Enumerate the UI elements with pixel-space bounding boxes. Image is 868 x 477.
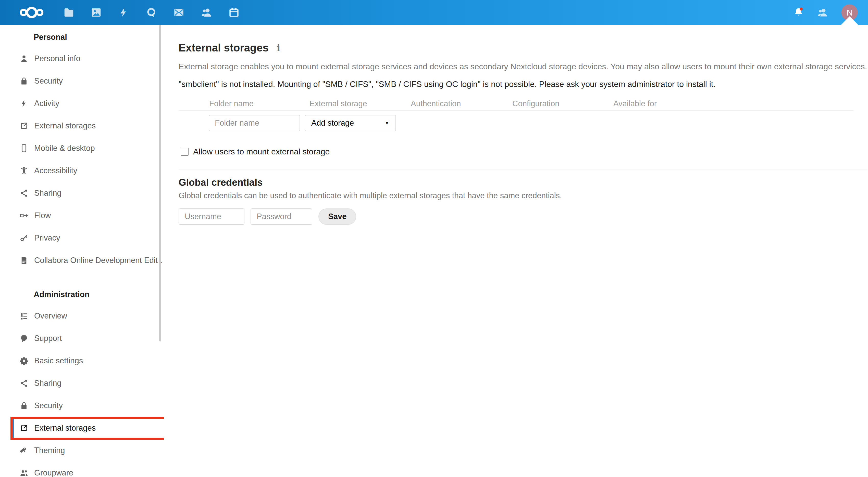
overview-icon (20, 311, 29, 320)
sidebar-item-label: Privacy (34, 233, 60, 243)
sidebar-item-label: Security (34, 401, 63, 410)
sidebar-item-label: External storages (34, 121, 96, 131)
sidebar-item-privacy[interactable]: Privacy (0, 227, 163, 249)
sidebar-item-security[interactable]: Security (0, 70, 163, 92)
sidebar-item-accessibility[interactable]: Accessibility (0, 160, 163, 182)
user-menu-arrow (841, 16, 858, 25)
flow-icon (20, 211, 29, 220)
user-icon (20, 54, 29, 63)
app-calendar-icon[interactable] (228, 7, 240, 18)
sidebar-item-theming[interactable]: Theming (0, 439, 163, 462)
sidebar-item-label: Flow (34, 211, 51, 220)
new-storage-row: Add storage ▼ (179, 115, 868, 131)
sidebar-item-sharing[interactable]: Sharing (0, 372, 163, 395)
group-icon (20, 468, 29, 477)
app-talk-icon[interactable] (146, 7, 157, 18)
main-content: External storages i External storage ena… (164, 25, 868, 477)
external-icon (20, 121, 29, 131)
column-header-folder-name: Folder name (209, 99, 254, 108)
smbclient-warning-text: "smbclient" is not installed. Mounting o… (179, 79, 868, 89)
sidebar-item-sharing[interactable]: Sharing (0, 182, 163, 204)
username-field[interactable] (179, 208, 244, 225)
top-bar: N (0, 0, 868, 25)
share-icon (20, 189, 29, 198)
notifications-bell-icon[interactable] (793, 7, 804, 18)
global-credentials-form: Save (179, 208, 868, 225)
column-header-external-storage: External storage (309, 99, 367, 108)
intro-text: External storage enables you to mount ex… (179, 61, 868, 72)
gear-icon (20, 356, 29, 365)
app-contacts-icon[interactable] (200, 7, 212, 18)
lock-icon (20, 76, 29, 86)
sidebar-item-label: Security (34, 76, 63, 86)
sidebar-item-label: Collabora Online Development Edit… (34, 256, 163, 265)
sidebar-item-external-storages[interactable]: External storages (0, 417, 163, 439)
phone-icon (20, 144, 29, 153)
sidebar-item-label: Support (34, 334, 62, 343)
info-icon[interactable]: i (277, 42, 280, 54)
lock-icon (20, 401, 29, 410)
password-field[interactable] (251, 208, 312, 225)
sidebar-scrollbar[interactable] (159, 25, 161, 341)
app-files-icon[interactable] (63, 7, 74, 18)
sidebar-item-label: Overview (34, 311, 67, 320)
page-title-row: External storages i (179, 42, 868, 54)
app-activity-icon[interactable] (118, 7, 130, 18)
notification-dot (800, 8, 803, 11)
sidebar-item-groupware[interactable]: Groupware (0, 462, 163, 477)
app-photos-icon[interactable] (90, 7, 102, 18)
sidebar-item-label: Basic settings (34, 356, 83, 365)
chevron-down-icon: ▼ (384, 120, 389, 126)
column-header-authentication: Authentication (411, 99, 461, 108)
chat-icon (20, 334, 29, 343)
activity-icon (20, 99, 29, 108)
sidebar-item-basic-settings[interactable]: Basic settings (0, 350, 163, 372)
sidebar-item-flow[interactable]: Flow (0, 204, 163, 227)
sidebar-item-security[interactable]: Security (0, 395, 163, 417)
sidebar-item-label: Accessibility (34, 166, 77, 175)
section-divider (179, 169, 867, 169)
folder-name-input[interactable] (209, 115, 300, 131)
sidebar-section-administration: Administration (34, 289, 163, 300)
sidebar-item-label: External storages (34, 423, 96, 433)
accessibility-icon (20, 166, 29, 175)
allow-users-checkbox[interactable] (181, 148, 189, 156)
global-credentials-title: Global credentials (179, 177, 868, 188)
sidebar-item-label: Theming (34, 446, 65, 455)
sidebar-item-label: Mobile & desktop (34, 144, 95, 153)
save-button[interactable]: Save (318, 208, 356, 225)
app-mail-icon[interactable] (173, 7, 185, 18)
storage-table-header: Folder nameExternal storageAuthenticatio… (179, 99, 868, 108)
sidebar-section-personal: Personal (34, 32, 163, 42)
sidebar-item-label: Groupware (34, 468, 73, 477)
table-header-divider (179, 110, 854, 111)
sidebar-item-external-storages[interactable]: External storages (0, 115, 163, 137)
add-storage-label: Add storage (311, 118, 354, 128)
nextcloud-logo[interactable] (19, 4, 44, 21)
sidebar-item-mobile-desktop[interactable]: Mobile & desktop (0, 137, 163, 160)
sidebar-item-activity[interactable]: Activity (0, 92, 163, 115)
column-header-available-for: Available for (613, 99, 657, 108)
sidebar-item-support[interactable]: Support (0, 327, 163, 350)
sidebar-item-personal-info[interactable]: Personal info (0, 47, 163, 70)
sidebar-item-label: Sharing (34, 379, 61, 388)
global-credentials-description: Global credentials can be used to authen… (179, 191, 868, 201)
key-icon (20, 233, 29, 243)
sidebar-item-overview[interactable]: Overview (0, 305, 163, 327)
document-icon (20, 256, 29, 265)
external-icon (20, 423, 29, 433)
page-title: External storages (179, 42, 269, 54)
column-header-configuration: Configuration (512, 99, 559, 108)
allow-users-label[interactable]: Allow users to mount external storage (193, 147, 330, 157)
add-storage-select[interactable]: Add storage ▼ (305, 115, 396, 131)
sidebar-item-label: Personal info (34, 54, 81, 63)
contacts-menu-icon[interactable] (817, 7, 829, 18)
settings-sidebar: PersonalPersonal infoSecurityActivityExt… (0, 25, 163, 477)
app-menu (63, 0, 240, 25)
sidebar-item-label: Sharing (34, 189, 61, 198)
allow-users-row: Allow users to mount external storage (179, 147, 868, 157)
share-icon (20, 379, 29, 388)
roller-icon (20, 446, 29, 455)
sidebar-item-collabora-online-development-edit[interactable]: Collabora Online Development Edit… (0, 249, 163, 272)
sidebar-item-label: Activity (34, 99, 59, 108)
